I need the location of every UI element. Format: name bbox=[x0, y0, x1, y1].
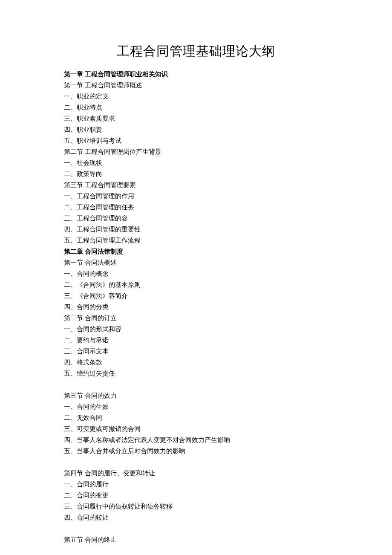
outline-line: 一、工程合同管理的作用 bbox=[64, 191, 328, 202]
outline-line: 二、政策导向 bbox=[64, 168, 328, 179]
outline-line: 四、格式条款 bbox=[64, 357, 328, 368]
outline-line: 四、工程合同管理的重要性 bbox=[64, 224, 328, 235]
outline-line: 第二节 工程合同管理岗位产生背景 bbox=[64, 146, 328, 157]
blank-line bbox=[64, 379, 328, 390]
outline-line: 三、可变更或可撤销的合同 bbox=[64, 423, 328, 434]
outline-line: 三、《合同法》容简介 bbox=[64, 290, 328, 301]
outline-line: 五、工程合同管理工作流程 bbox=[64, 235, 328, 246]
blank-line bbox=[64, 523, 328, 534]
outline-line: 二、无效合同 bbox=[64, 412, 328, 423]
outline-line: 三、工程合同管理的容 bbox=[64, 213, 328, 224]
outline-line: 五、当事人合并或分立后对合同效力的影响 bbox=[64, 445, 328, 457]
outline-line: 二、合同的变更 bbox=[64, 490, 328, 501]
outline-line: 四、职业职责 bbox=[64, 124, 328, 135]
outline-line: 四、当事人名称或者法定代表人变更不对合同效力产生影响 bbox=[64, 434, 328, 445]
outline-line: 二、要约与承诺 bbox=[64, 335, 328, 346]
outline-line: 三、合同履行中的债权转让和债务转移 bbox=[64, 501, 328, 512]
blank-line bbox=[64, 457, 328, 468]
outline-line: 第三节 工程合同管理要素 bbox=[64, 179, 328, 191]
outline-line: 五、缔约过失责任 bbox=[64, 368, 328, 379]
chapter-heading: 第一章 工程合同管理师职业相关知识 bbox=[64, 69, 328, 80]
document-page: 工程合同管理基础理论大纲 第一章 工程合同管理师职业相关知识第一节 工程合同管理… bbox=[0, 0, 392, 555]
outline-line: 一、合同的形式和容 bbox=[64, 324, 328, 335]
outline-line: 四、合同的分类 bbox=[64, 301, 328, 312]
outline-line: 第五节 合同的终止 bbox=[64, 534, 328, 545]
outline-line: 一、合同的生效 bbox=[64, 401, 328, 412]
outline-line: 一、合同的概念 bbox=[64, 268, 328, 279]
outline-line: 五、职业培训与考试 bbox=[64, 135, 328, 146]
outline-line: 一、社会现状 bbox=[64, 157, 328, 168]
outline-line: 第三节 合同的效力 bbox=[64, 390, 328, 401]
document-title: 工程合同管理基础理论大纲 bbox=[64, 43, 328, 60]
outline-line: 二、工程合同管理的任务 bbox=[64, 202, 328, 213]
outline-line: 一、合同的履行 bbox=[64, 479, 328, 490]
outline-line: 第四节 合同的履行、变更和转让 bbox=[64, 468, 328, 479]
outline-line: 二、《合同法》的基本原则 bbox=[64, 279, 328, 290]
outline-line: 四、合同的转让 bbox=[64, 512, 328, 523]
chapter-heading: 第二章 合同法律制度 bbox=[64, 246, 328, 257]
outline-line: 第一节 工程合同管理师概述 bbox=[64, 80, 328, 91]
outline-line: 三、合同示文本 bbox=[64, 346, 328, 357]
outline-line: 第二节 合同的订立 bbox=[64, 312, 328, 324]
outline-line: 二、职业特点 bbox=[64, 102, 328, 113]
outline-line: 三、职业素质要求 bbox=[64, 113, 328, 124]
outline-content: 第一章 工程合同管理师职业相关知识第一节 工程合同管理师概述一、职业的定义二、职… bbox=[64, 69, 328, 545]
outline-line: 第一节 合同法概述 bbox=[64, 257, 328, 268]
outline-line: 一、职业的定义 bbox=[64, 91, 328, 102]
